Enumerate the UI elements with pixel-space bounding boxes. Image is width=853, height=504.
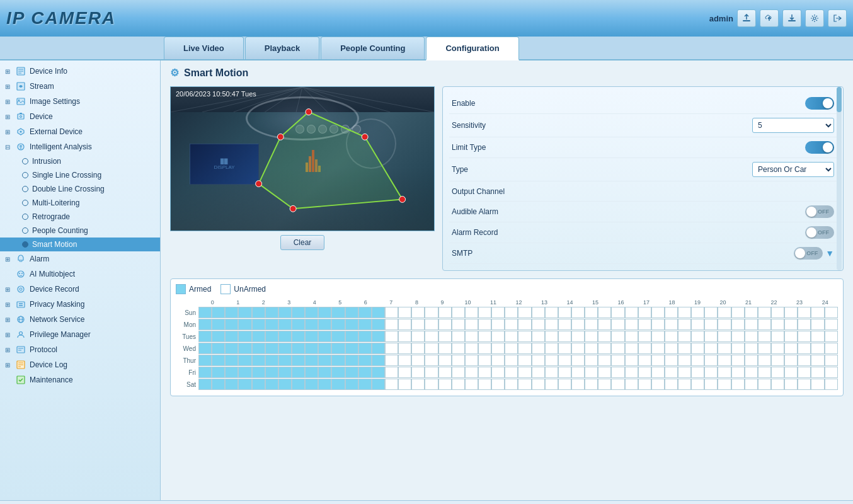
grid-cell[interactable] <box>358 355 372 366</box>
grid-cell[interactable] <box>665 343 678 354</box>
grid-cell[interactable] <box>585 367 598 378</box>
grid-cell[interactable] <box>704 343 718 354</box>
tab-people-counting[interactable]: People Counting <box>321 37 425 59</box>
grid-cell[interactable] <box>745 331 758 342</box>
sidebar-item-device[interactable]: ⊞ Device <box>0 109 160 124</box>
grid-cell[interactable] <box>238 319 251 330</box>
grid-cell[interactable] <box>665 367 678 378</box>
grid-cells-thur[interactable] <box>198 355 838 366</box>
grid-cell[interactable] <box>571 307 585 318</box>
grid-cell[interactable] <box>665 379 678 390</box>
grid-cell[interactable] <box>465 379 478 390</box>
grid-cell[interactable] <box>651 307 665 318</box>
sidebar-item-privilege-manager[interactable]: ⊞ Privilege Manager <box>0 327 160 342</box>
grid-cell[interactable] <box>678 319 691 330</box>
grid-cell[interactable] <box>704 367 718 378</box>
grid-cell[interactable] <box>438 307 452 318</box>
grid-cell[interactable] <box>811 355 824 366</box>
sidebar-item-retrograde[interactable]: Retrograde <box>0 210 160 224</box>
tab-configuration[interactable]: Configuration <box>426 37 518 60</box>
grid-cell[interactable] <box>465 319 478 330</box>
grid-cell[interactable] <box>478 367 491 378</box>
grid-cell[interactable] <box>545 355 558 366</box>
grid-cell[interactable] <box>372 379 385 390</box>
grid-cell[interactable] <box>691 379 704 390</box>
grid-cell[interactable] <box>585 379 598 390</box>
grid-cell[interactable] <box>438 379 452 390</box>
grid-cell[interactable] <box>292 319 305 330</box>
grid-cell[interactable] <box>278 355 292 366</box>
grid-cell[interactable] <box>491 331 505 342</box>
grid-cell[interactable] <box>571 355 585 366</box>
grid-cell[interactable] <box>385 367 398 378</box>
grid-cell[interactable] <box>305 379 318 390</box>
grid-cell[interactable] <box>784 307 798 318</box>
grid-cell[interactable] <box>518 331 531 342</box>
grid-cell[interactable] <box>425 307 438 318</box>
grid-cell[interactable] <box>372 367 385 378</box>
grid-cell[interactable] <box>571 367 585 378</box>
grid-cell[interactable] <box>225 355 238 366</box>
type-select[interactable]: Person Or Car Person Car <box>752 162 834 177</box>
grid-cell[interactable] <box>665 319 678 330</box>
grid-cell[interactable] <box>358 319 372 330</box>
grid-cell[interactable] <box>638 379 651 390</box>
sidebar-item-intelligent-analysis[interactable]: ⊟ Intelligent Analysis <box>0 139 160 154</box>
grid-cell[interactable] <box>225 319 238 330</box>
grid-cell[interactable] <box>678 379 691 390</box>
grid-cell[interactable] <box>438 343 452 354</box>
grid-cell[interactable] <box>318 331 331 342</box>
grid-cell[interactable] <box>558 355 571 366</box>
sidebar-item-smart-motion[interactable]: Smart Motion <box>0 238 160 251</box>
grid-cell[interactable] <box>611 367 624 378</box>
grid-cell[interactable] <box>745 343 758 354</box>
grid-cell[interactable] <box>411 367 425 378</box>
grid-cell[interactable] <box>505 331 518 342</box>
grid-cell[interactable] <box>265 307 278 318</box>
grid-cell[interactable] <box>678 307 691 318</box>
grid-cell[interactable] <box>651 319 665 330</box>
grid-cell[interactable] <box>825 331 838 342</box>
grid-cell[interactable] <box>625 355 638 366</box>
grid-cell[interactable] <box>252 367 265 378</box>
grid-cell[interactable] <box>265 355 278 366</box>
grid-cell[interactable] <box>385 307 398 318</box>
grid-cell[interactable] <box>771 319 784 330</box>
grid-cell[interactable] <box>598 343 611 354</box>
grid-cell[interactable] <box>545 367 558 378</box>
grid-cell[interactable] <box>745 355 758 366</box>
grid-cell[interactable] <box>771 331 784 342</box>
sidebar-item-privacy-masking[interactable]: ⊞ Privacy Masking <box>0 297 160 312</box>
grid-cell[interactable] <box>758 331 771 342</box>
grid-cell[interactable] <box>505 355 518 366</box>
grid-cell[interactable] <box>718 343 731 354</box>
settings-button[interactable] <box>805 9 824 27</box>
grid-cell[interactable] <box>638 331 651 342</box>
grid-cell[interactable] <box>718 355 731 366</box>
grid-cell[interactable] <box>438 331 452 342</box>
grid-cell[interactable] <box>571 331 585 342</box>
grid-cell[interactable] <box>691 367 704 378</box>
grid-cell[interactable] <box>465 367 478 378</box>
grid-cell[interactable] <box>811 367 824 378</box>
sidebar-item-network-service[interactable]: ⊞ Network Service <box>0 312 160 327</box>
grid-cell[interactable] <box>784 331 798 342</box>
grid-cell[interactable] <box>292 367 305 378</box>
grid-cell[interactable] <box>731 319 745 330</box>
grid-cell[interactable] <box>545 319 558 330</box>
grid-cell[interactable] <box>198 355 212 366</box>
grid-cell[interactable] <box>718 307 731 318</box>
grid-cell[interactable] <box>638 343 651 354</box>
grid-cell[interactable] <box>518 307 531 318</box>
grid-cell[interactable] <box>758 307 771 318</box>
grid-cell[interactable] <box>198 367 212 378</box>
grid-cell[interactable] <box>345 331 358 342</box>
grid-cell[interactable] <box>811 319 824 330</box>
grid-cell[interactable] <box>638 355 651 366</box>
grid-cell[interactable] <box>438 367 452 378</box>
tab-live-video[interactable]: Live Video <box>164 37 244 59</box>
grid-cell[interactable] <box>545 379 558 390</box>
grid-cell[interactable] <box>691 355 704 366</box>
sidebar-item-multi-loitering[interactable]: Multi-Loitering <box>0 196 160 210</box>
grid-cell[interactable] <box>491 307 505 318</box>
